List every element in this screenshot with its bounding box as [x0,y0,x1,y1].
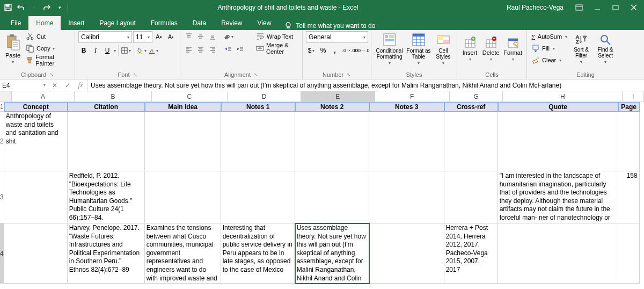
format-as-table-button[interactable]: Format as Table▾ [406,31,431,67]
select-all-corner[interactable] [0,91,12,102]
col-header-C[interactable]: C [152,91,228,102]
decrease-decimal-icon[interactable]: .00→.0 [356,45,367,56]
tab-data[interactable]: Data [185,16,214,30]
cell-G4[interactable]: Herrera + Post 2014, Herrera 2012, 2017,… [444,223,498,284]
cell-G2[interactable] [444,112,498,171]
fill-color-button[interactable] [136,45,147,56]
col-header-G[interactable]: G [450,91,503,102]
col-header-E[interactable]: E [301,91,375,102]
tab-page-layout[interactable]: Page Layout [92,16,143,30]
decrease-indent-icon[interactable] [223,44,234,55]
qat-customize-icon[interactable]: ▾ [54,2,65,13]
header-cell-cross-ref[interactable]: Cross-ref [444,102,498,112]
enter-formula-icon[interactable]: ✓ [61,80,74,91]
cell-A4[interactable] [4,223,68,284]
cell-C2[interactable] [145,112,221,171]
clear-button[interactable]: Clear [530,55,568,66]
cell-B4[interactable]: Harvey, Penelope. 2017. "Waste Futures: … [68,223,145,284]
cell-A3[interactable] [4,171,68,223]
header-cell-notes 2[interactable]: Notes 2 [295,102,369,112]
format-painter-button[interactable]: Format Painter [25,55,71,66]
font-expand-icon[interactable]: ⤡ [133,72,137,77]
conditional-formatting-button[interactable]: Conditional Formatting▾ [375,31,404,67]
cancel-formula-icon[interactable]: ✕ [48,80,61,91]
cell-styles-button[interactable]: Cell Styles▾ [433,31,453,67]
cell-H3[interactable]: "I am interested in the landscape of hum… [498,171,618,223]
tell-me-search[interactable]: Tell me what you want to do [279,21,380,30]
cell-E2[interactable] [295,112,369,171]
cell-I2[interactable] [618,112,640,171]
increase-font-icon[interactable]: A▴ [153,31,164,42]
header-cell-page[interactable]: Page [618,102,640,112]
col-header-B[interactable]: B [75,91,151,102]
clipboard-expand-icon[interactable]: ⤡ [49,72,54,77]
percent-format-icon[interactable]: % [318,45,328,56]
cell-D2[interactable] [221,112,295,171]
align-center-icon[interactable] [195,44,206,55]
align-top-icon[interactable] [184,31,194,42]
header-cell-citation[interactable]: Citation [68,102,145,112]
col-header-I[interactable]: I [623,91,644,102]
cell-F3[interactable] [369,171,444,223]
cell-B2[interactable] [68,112,145,171]
row-header-3[interactable]: 3 [0,171,4,223]
col-header-A[interactable]: A [12,91,75,102]
header-cell-notes 1[interactable]: Notes 1 [221,102,295,112]
align-middle-icon[interactable] [195,31,206,42]
orientation-icon[interactable]: ab [223,31,234,42]
fill-button[interactable]: Fill [530,43,568,54]
increase-indent-icon[interactable] [235,44,246,55]
header-cell-notes 3[interactable]: Notes 3 [369,102,444,112]
align-bottom-icon[interactable] [207,31,218,42]
tab-home[interactable]: Home [28,16,61,30]
delete-cells-button[interactable]: Delete▾ [481,31,500,67]
col-header-H[interactable]: H [503,91,623,102]
cell-C4[interactable]: Examines the tensions between what Cusco… [145,223,221,284]
alignment-expand-icon[interactable]: ⤡ [254,72,258,77]
row-header-2[interactable]: 2 [0,112,4,171]
font-color-button[interactable]: A [148,45,159,56]
cell-E4[interactable]: Uses assemblage theory. Not sure yet how… [295,223,369,284]
cell-I4[interactable] [618,223,640,284]
minimize-icon[interactable] [589,2,605,13]
cell-F4[interactable] [369,223,444,284]
number-expand-icon[interactable]: ⤡ [347,72,351,77]
italic-button[interactable]: I [90,45,101,56]
close-icon[interactable] [626,2,642,13]
comma-format-icon[interactable]: , [330,45,340,56]
find-select-button[interactable]: Find & Select▾ [594,31,617,67]
undo-dropdown-icon[interactable] [28,2,40,13]
format-cells-button[interactable]: Format▾ [502,31,523,67]
font-name-combo[interactable]: Calibri▾ [78,31,132,43]
maximize-icon[interactable] [608,2,624,13]
tab-insert[interactable]: Insert [61,16,92,30]
tab-formulas[interactable]: Formulas [143,16,185,30]
redo-icon[interactable] [41,2,53,13]
insert-cells-button[interactable]: Insert▾ [460,31,479,67]
cell-E3[interactable] [295,171,369,223]
tab-view[interactable]: View [250,16,279,30]
cell-F2[interactable] [369,112,444,171]
cell-D3[interactable] [221,171,295,223]
autosum-button[interactable]: ∑AutoSum [530,31,568,42]
cell-G3[interactable] [444,171,498,223]
col-header-F[interactable]: F [375,91,450,102]
cell-C3[interactable] [145,171,221,223]
row-header-4[interactable]: 4 [0,223,4,284]
font-size-combo[interactable]: 11▾ [133,31,152,43]
cell-H2[interactable] [498,112,618,171]
undo-icon[interactable] [15,2,27,13]
tab-file[interactable]: File [3,16,28,30]
header-cell-concept[interactable]: Concept [4,102,68,112]
cell-A2[interactable]: Anthropology of waste and toilets and sa… [4,112,68,171]
align-left-icon[interactable] [184,44,194,55]
copy-button[interactable]: Copy ▾ [25,43,71,54]
cell-B3[interactable]: Redfield, P. 2012. "Bioexpectations: Lif… [68,171,145,223]
formula-input[interactable]: Uses assemblage theory. Not sure yet how… [87,80,644,91]
number-format-combo[interactable]: General▾ [306,31,368,43]
decrease-font-icon[interactable]: A▾ [165,31,176,42]
sort-filter-button[interactable]: AZSort & Filter▾ [570,31,592,67]
cell-D4[interactable]: Interesting that decentralization of pub… [221,223,295,284]
name-box[interactable]: E4▾ [0,80,48,91]
header-cell-main idea[interactable]: Main idea [145,102,221,112]
